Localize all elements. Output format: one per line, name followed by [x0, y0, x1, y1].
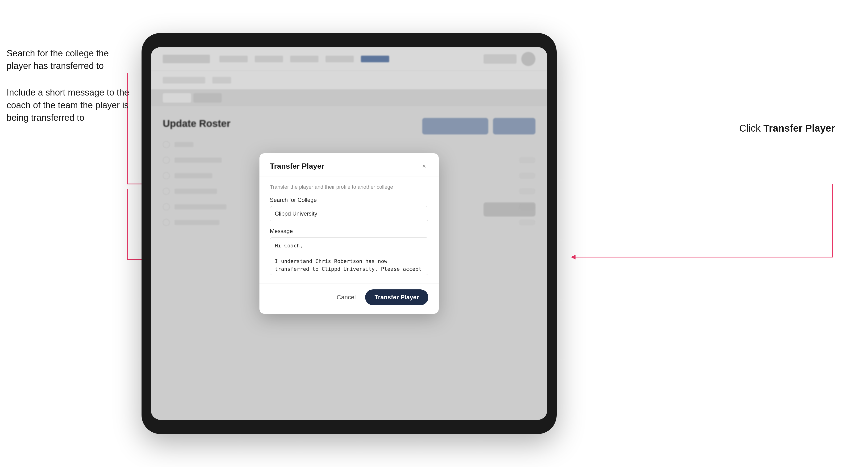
modal-title: Transfer Player [270, 162, 324, 170]
annotation-transfer-text: Transfer Player [763, 123, 835, 134]
message-label: Message [270, 228, 428, 235]
modal-body: Transfer the player and their profile to… [259, 177, 439, 283]
transfer-player-button[interactable]: Transfer Player [365, 289, 428, 305]
annotation-right: Click Transfer Player [739, 123, 835, 134]
search-label: Search for College [270, 197, 428, 203]
annotation-search-text: Search for the college the player has tr… [7, 47, 129, 72]
modal-header: Transfer Player × [259, 153, 439, 177]
modal-footer: Cancel Transfer Player [259, 283, 439, 314]
cancel-button[interactable]: Cancel [332, 291, 361, 304]
svg-marker-8 [571, 255, 576, 259]
tablet-device: Update Roster [142, 33, 557, 434]
close-icon[interactable]: × [420, 162, 428, 170]
modal-overlay: Transfer Player × Transfer the player an… [151, 47, 547, 420]
annotation-click-text: Click [739, 123, 764, 134]
message-textarea[interactable]: Hi Coach, I understand Chris Robertson h… [270, 237, 428, 275]
college-search-input[interactable] [270, 206, 428, 221]
modal-subtitle: Transfer the player and their profile to… [270, 184, 428, 190]
transfer-modal: Transfer Player × Transfer the player an… [259, 153, 439, 314]
annotation-left: Search for the college the player has tr… [7, 47, 129, 138]
tablet-screen: Update Roster [151, 47, 547, 420]
annotation-message-text: Include a short message to the coach of … [7, 86, 129, 124]
